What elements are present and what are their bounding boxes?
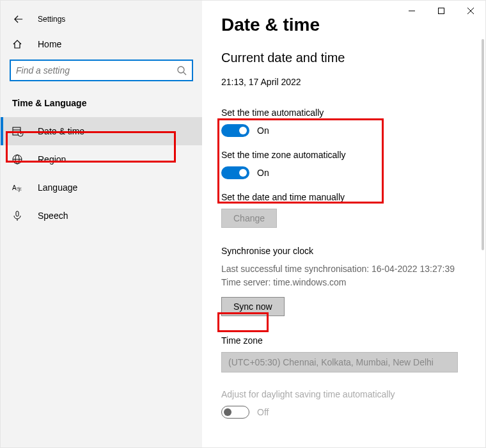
maximize-button[interactable] bbox=[427, 1, 456, 21]
window-title: Settings bbox=[38, 15, 65, 24]
svg-text:A: A bbox=[12, 184, 17, 191]
sync-now-button[interactable]: Sync now bbox=[221, 297, 285, 316]
search-icon bbox=[176, 65, 187, 76]
auto-tz-state: On bbox=[257, 168, 269, 178]
scrollbar[interactable] bbox=[482, 39, 484, 250]
category-header: Time & Language bbox=[1, 92, 202, 117]
search-box[interactable] bbox=[10, 60, 193, 81]
dst-state: Off bbox=[257, 407, 269, 417]
minimize-icon bbox=[409, 8, 415, 14]
timezone-value: (UTC+05:30) Chennai, Kolkata, Mumbai, Ne… bbox=[228, 357, 434, 367]
nav-item-label: Language bbox=[38, 182, 77, 193]
change-button: Change bbox=[221, 209, 277, 228]
manual-label: Set the date and time manually bbox=[221, 192, 485, 202]
maximize-icon bbox=[438, 8, 444, 14]
microphone-icon bbox=[12, 209, 25, 222]
subtitle: Current date and time bbox=[221, 51, 485, 65]
timezone-select: (UTC+05:30) Chennai, Kolkata, Mumbai, Ne… bbox=[221, 352, 458, 372]
sync-header: Synchronise your clock bbox=[221, 246, 485, 256]
svg-point-0 bbox=[178, 67, 184, 73]
current-datetime: 21:13, 17 April 2022 bbox=[221, 77, 485, 87]
nav-item-region[interactable]: Region bbox=[1, 145, 202, 173]
nav-item-language[interactable]: A字 Language bbox=[1, 173, 202, 202]
date-time-icon bbox=[12, 125, 25, 138]
auto-time-state: On bbox=[257, 125, 269, 136]
nav-home-label: Home bbox=[38, 39, 61, 49]
svg-rect-14 bbox=[439, 8, 444, 14]
svg-text:字: 字 bbox=[17, 187, 22, 193]
nav-item-label: Region bbox=[38, 154, 66, 164]
language-icon: A字 bbox=[12, 181, 25, 194]
dst-toggle bbox=[221, 406, 249, 419]
auto-tz-label: Set the time zone automatically bbox=[221, 150, 485, 160]
sync-last: Last successful time synchronisation: 16… bbox=[221, 262, 485, 276]
back-arrow-icon bbox=[14, 15, 23, 24]
sync-server: Time server: time.windows.com bbox=[221, 276, 485, 289]
nav-item-date-time[interactable]: Date & time bbox=[1, 117, 202, 145]
search-input[interactable] bbox=[16, 65, 176, 76]
nav-item-label: Speech bbox=[38, 211, 68, 221]
globe-icon bbox=[12, 153, 25, 166]
minimize-button[interactable] bbox=[397, 1, 427, 21]
home-icon bbox=[12, 39, 25, 49]
auto-time-label: Set the time automatically bbox=[221, 108, 485, 118]
nav-item-speech[interactable]: Speech bbox=[1, 202, 202, 230]
dst-label: Adjust for daylight saving time automati… bbox=[221, 389, 485, 399]
auto-tz-toggle[interactable] bbox=[221, 166, 249, 179]
nav-home[interactable]: Home bbox=[1, 33, 202, 56]
nav-item-label: Date & time bbox=[38, 126, 84, 136]
back-button[interactable] bbox=[10, 10, 27, 28]
close-button[interactable] bbox=[456, 1, 485, 21]
tz-header: Time zone bbox=[221, 335, 485, 346]
svg-line-1 bbox=[184, 72, 186, 75]
auto-time-toggle[interactable] bbox=[221, 124, 249, 137]
close-icon bbox=[467, 8, 474, 14]
svg-rect-12 bbox=[16, 211, 19, 216]
